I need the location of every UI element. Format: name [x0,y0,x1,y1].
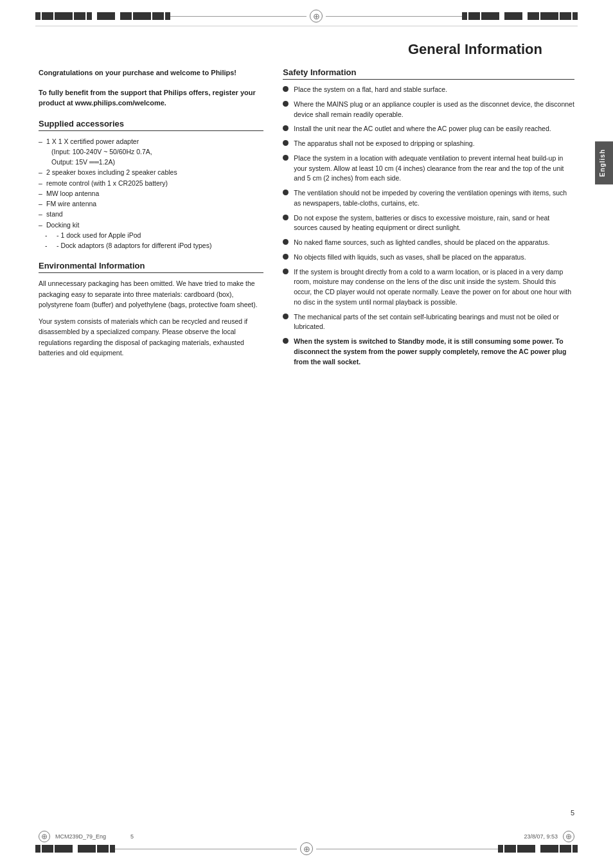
bullet-icon [283,239,289,245]
bullet-icon [283,140,289,146]
safety-item: The ventilation should not be impeded by… [283,188,574,209]
footer-right-text: 23/8/07, 9:53 [524,833,558,840]
deco-line-left [170,16,306,17]
footer-left: ⊕ MCM239D_79_Eng 5 [39,831,134,842]
list-item: FM wire antenna [39,199,263,209]
intro-line2: To fully benefit from the support that P… [39,87,263,109]
bullet-icon [283,254,289,260]
page-title: General Information [408,41,574,57]
bottom-deco-right [498,845,578,853]
deco-left-segment [35,12,170,20]
safety-item: If the system is brought directly from a… [283,267,574,308]
safety-title: Safety Information [283,67,574,80]
list-item: stand [39,209,263,219]
deco-circle-left: ⊕ [310,10,323,22]
safety-item: Place the system in a location with adeq… [283,154,574,184]
safety-item: The apparatus shall not be exposed to dr… [283,139,574,149]
decorative-top-bar: ⊕ [0,0,613,22]
accessories-list: 1 X 1 X certified power adapter (Input: … [39,136,263,251]
safety-item-bold: When the system is switched to Standby m… [283,337,574,367]
bottom-deco-line-right [316,849,498,849]
deco-line-mid [326,16,462,17]
left-column: Congratulations on your purchase and wel… [39,67,263,371]
bottom-deco-circle: ⊕ [300,842,313,855]
safety-item: The mechanical parts of the set contain … [283,312,574,333]
footer-circle-left: ⊕ [39,831,50,842]
bullet-icon [283,101,289,107]
bullet-icon [283,86,289,92]
footer-center-text: 5 [130,833,134,840]
main-content: Congratulations on your purchase and wel… [0,61,613,384]
bullet-icon [283,190,289,195]
deco-right-segment [462,12,578,20]
safety-item: No naked flame sources, such as lighted … [283,238,574,248]
bullet-icon [283,314,289,319]
safety-item: No objects filled with liquids, such as … [283,252,574,263]
header-rule [35,26,578,26]
list-item: 2 speaker boxes including 2 speaker cabl… [39,167,263,177]
bullet-icon [283,125,289,131]
list-item: 1 X 1 X certified power adapter (Input: … [39,136,263,168]
env-para2: Your system consists of materials which … [39,316,263,358]
footer-left-text: MCM239D_79_Eng [55,833,106,840]
supplied-accessories-title: Supplied accessories [39,119,263,131]
english-tab: English [595,141,613,184]
env-para1: All unnecessary packaging has been omitt… [39,278,263,310]
page-header: General Information [0,31,613,61]
env-title: Environmental Information [39,261,263,273]
safety-item: Do not expose the system, batteries or d… [283,213,574,234]
page-number: 5 [571,809,574,817]
list-item: Docking kit - 1 dock used for Apple iPod… [39,220,263,251]
safety-item: Install the unit near the AC outlet and … [283,124,574,134]
footer-circle-right: ⊕ [563,831,574,842]
bottom-deco-bar: ⊕ [0,842,613,855]
safety-item: Where the MAINS plug or an appliance cou… [283,100,574,120]
bullet-icon [283,269,289,274]
bullet-icon [283,215,289,220]
bullet-icon [283,338,289,344]
footer-bar: ⊕ MCM239D_79_Eng 5 23/8/07, 9:53 ⊕ [0,831,613,842]
list-item: MW loop antenna [39,188,263,199]
bullet-icon [283,155,289,161]
list-item: remote control (with 1 x CR2025 battery) [39,178,263,188]
safety-item: Place the system on a flat, hard and sta… [283,85,574,95]
bottom-deco-line-left [115,849,297,849]
right-column: Safety Information Place the system on a… [283,67,574,371]
sub-list-item: - Dock adaptors (8 adaptors for differen… [46,240,263,251]
sub-list-item: - 1 dock used for Apple iPod [46,230,263,240]
intro-line1: Congratulations on your purchase and wel… [39,67,263,78]
bottom-deco-left [35,845,115,853]
environmental-section: Environmental Information All unnecessar… [39,261,263,358]
footer-right: 23/8/07, 9:53 ⊕ [524,831,574,842]
safety-list: Place the system on a flat, hard and sta… [283,85,574,367]
